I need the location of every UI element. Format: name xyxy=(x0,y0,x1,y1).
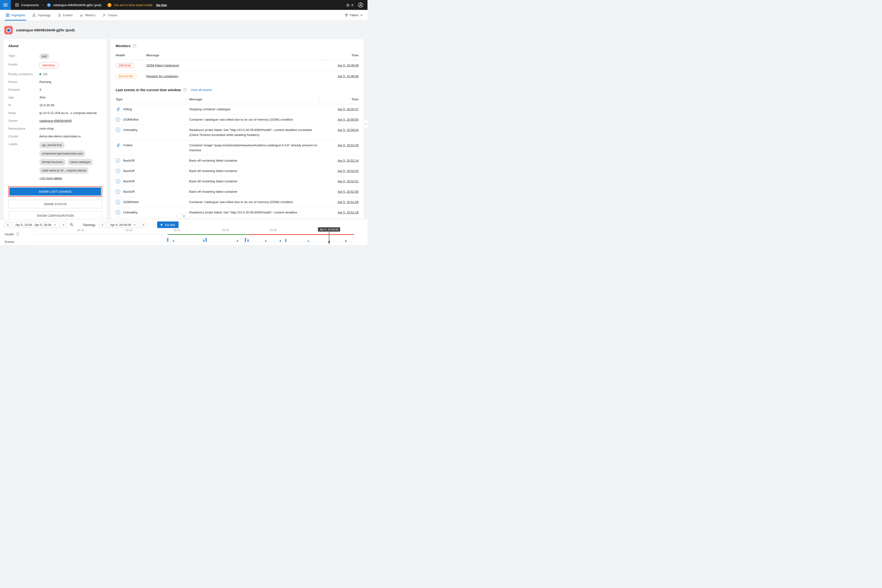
time-travel-banner: ! You are in time travel mode. Go live xyxy=(107,3,167,7)
event-row: !OOMKilledContainer 'catalogue' was kill… xyxy=(116,197,358,207)
timeline-tick-label: 15:49 xyxy=(270,228,277,232)
view-all-events-link[interactable]: View all events xyxy=(191,88,212,92)
events-title: Last events in the current time window xyxy=(116,88,181,92)
tab-traces[interactable]: Traces xyxy=(99,10,121,21)
events-table-header: Type Message Time xyxy=(116,95,358,104)
monitor-link[interactable]: OOM Killed (catalogue) xyxy=(146,64,179,67)
show-configuration-button[interactable]: SHOW CONFIGURATION xyxy=(8,212,102,219)
event-message: Stopping container catalogue xyxy=(186,107,323,112)
event-time-link[interactable]: Apr 5, 15:51:59 xyxy=(338,200,358,204)
zoom-out-button[interactable] xyxy=(69,222,75,228)
event-type: BackOff xyxy=(123,168,135,173)
pin-button[interactable]: 0 xyxy=(346,3,353,7)
field-label: Ready containers xyxy=(8,72,39,76)
warning-icon: ! xyxy=(107,3,111,7)
chevron-down-icon xyxy=(54,224,56,226)
namespace-value: sock-shop xyxy=(39,126,54,131)
event-time-link[interactable]: Apr 5, 15:51:16 xyxy=(338,211,358,214)
timeline-track[interactable]: 15:1315:2215:3115:4015:49Apr 5, 16:00:09 xyxy=(33,228,354,245)
highlights-panel: Monitors ? Health Message Time CRITICAL … xyxy=(111,39,364,219)
event-time-link[interactable]: Apr 5, 16:00:37 xyxy=(338,107,358,111)
owner-link[interactable]: catalogue-69b58cb649 xyxy=(39,118,72,123)
alert-circle-icon: ! xyxy=(116,158,120,163)
alert-circle-icon: ! xyxy=(116,189,120,194)
label-pill: api_service:true xyxy=(39,142,64,148)
field-label: Age xyxy=(8,95,39,100)
about-actions: SHOW LAST CHANGE SHOW STATUS SHOW CONFIG… xyxy=(8,186,102,219)
tab-highlights[interactable]: Highlights xyxy=(2,10,29,21)
timeline-tick-label: 15:40 xyxy=(222,228,229,232)
help-icon[interactable]: ? xyxy=(183,88,187,92)
timeline-tick-label: 15:22 xyxy=(126,228,133,232)
chevron-left-icon xyxy=(7,224,9,226)
topology-time-dropdown[interactable]: Apr 5, 16:00:09 xyxy=(108,222,138,228)
help-icon[interactable]: ? xyxy=(16,232,20,236)
collapse-right-panel-button[interactable]: « xyxy=(363,119,368,129)
node-value: ip-10-0-21-204.eu-w...1.compute.internal xyxy=(39,111,97,116)
health-critical-badge: CRITICAL xyxy=(39,62,58,69)
more-labels-link[interactable]: +15 more labels xyxy=(39,176,62,181)
health-segment-critical xyxy=(247,234,354,235)
column-header-message: Message xyxy=(186,98,323,101)
event-time-link[interactable]: Apr 5, 15:52:00 xyxy=(338,190,358,194)
help-icon[interactable]: ? xyxy=(133,44,136,48)
range-next-button[interactable] xyxy=(60,222,67,228)
column-separator[interactable] xyxy=(186,97,187,102)
restarts-value: 3 xyxy=(39,87,41,92)
green-status-dot xyxy=(39,73,41,75)
field-cluster: Cluster demo-dev.demo.stackstate.io xyxy=(8,134,102,139)
field-type: Type pod xyxy=(8,54,102,59)
timeline-chart: Health ? Events 15:1315:2215:3115:4015:4… xyxy=(0,228,368,245)
user-avatar-icon[interactable] xyxy=(358,2,364,8)
show-status-button[interactable]: SHOW STATUS xyxy=(8,200,102,208)
topology-time-value: Apr 5, 16:00:09 xyxy=(110,223,131,226)
hamburger-icon xyxy=(3,3,8,6)
event-histogram-bar xyxy=(265,240,266,242)
range-previous-button[interactable] xyxy=(5,222,11,228)
page-header: catalogue-69b58cb649-gjl5v (pod) xyxy=(4,26,364,34)
topology-time-label: Topology xyxy=(82,223,95,226)
hamburger-menu-button[interactable] xyxy=(0,0,11,10)
pin-count: 0 xyxy=(351,3,353,7)
alert-circle-icon: ! xyxy=(116,169,120,173)
event-time-link[interactable]: Apr 5, 15:52:14 xyxy=(338,159,358,162)
monitor-time-link[interactable]: Apr 5, 15:46:06 xyxy=(338,75,358,78)
event-row: PulledContainer image "quay.io/stackstat… xyxy=(116,140,358,156)
label-pill: domain:business xyxy=(39,159,66,165)
monitor-time-link[interactable]: Apr 5, 15:45:06 xyxy=(338,64,358,67)
show-last-change-button[interactable]: SHOW LAST CHANGE xyxy=(9,188,101,195)
topology-time-previous-button[interactable] xyxy=(100,222,106,228)
about-panel: About Type pod Health CRITICAL Ready con… xyxy=(4,39,107,219)
go-live-link[interactable]: Go live xyxy=(156,3,167,7)
event-row: !UnhealthyReadiness probe failed: Get "h… xyxy=(116,207,358,218)
event-row: KillingStopping container catalogueApr 5… xyxy=(116,104,358,114)
breadcrumb-components[interactable]: Components xyxy=(21,3,39,7)
tab-metrics[interactable]: Metrics xyxy=(76,10,99,21)
expand-timeline-button[interactable] xyxy=(177,213,190,219)
label-pill: name:catalogue xyxy=(68,159,93,165)
field-label: Cluster xyxy=(8,134,39,139)
field-namespace: Namespace sock-shop xyxy=(8,126,102,131)
event-time-link[interactable]: Apr 5, 15:56:04 xyxy=(338,128,358,132)
alert-circle-icon: ! xyxy=(116,117,120,122)
event-time-link[interactable]: Apr 5, 15:52:02 xyxy=(338,169,358,172)
event-time-link[interactable]: Apr 5, 15:59:00 xyxy=(338,118,358,122)
go-live-button[interactable]: Go live xyxy=(157,222,178,228)
filters-button[interactable]: Filters xyxy=(342,10,365,21)
topology-time-next-button[interactable] xyxy=(140,222,146,228)
event-time-link[interactable]: Apr 5, 15:52:28 xyxy=(338,144,358,147)
tab-events[interactable]: Events xyxy=(54,10,76,21)
events-table-body: KillingStopping container catalogueApr 5… xyxy=(116,104,358,218)
metrics-chart-icon xyxy=(80,14,83,17)
event-histogram-bar xyxy=(248,239,249,242)
field-label: Restarts xyxy=(8,87,39,92)
event-histogram-bar xyxy=(203,240,204,242)
event-histogram-bar xyxy=(308,240,309,242)
time-range-dropdown[interactable]: Apr 5, 15:04 - Apr 5, 16:04 xyxy=(13,222,58,228)
column-header-type: Type xyxy=(116,98,186,101)
event-time-link[interactable]: Apr 5, 15:52:01 xyxy=(338,180,358,183)
tab-topology[interactable]: Topology xyxy=(29,10,54,21)
page-title: catalogue-69b58cb649-gjl5v (pod) xyxy=(16,28,75,32)
column-separator[interactable] xyxy=(323,53,323,57)
monitor-link[interactable]: Restarts for containers xyxy=(146,75,178,78)
